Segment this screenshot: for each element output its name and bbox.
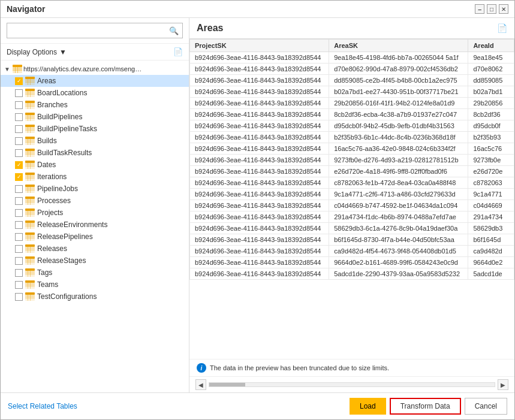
scroll-left-button[interactable]: ◀ xyxy=(195,379,206,390)
svg-rect-62 xyxy=(30,161,31,169)
window-title: Navigator xyxy=(7,4,46,14)
table-cell: e26d720e-4a18-49f6-9ff8-02ff0fbad0f6 xyxy=(329,166,468,177)
checkbox-dates[interactable]: ✓ xyxy=(15,161,23,169)
table-cell: b924d696-3eae-4116-8443-9a18392d8544 xyxy=(190,75,329,86)
table-cell: b924d696-3eae-4116-8443-9a18392d8544 xyxy=(190,143,329,155)
tree-item-dates[interactable]: ✓ Dates xyxy=(1,159,189,171)
svg-rect-20 xyxy=(30,89,31,97)
table-cell: b6f1645d-8730-4f7a-b44e-04d50bfc53aa xyxy=(329,234,468,246)
tree-item-releasepipelines[interactable]: ReleasePipelines xyxy=(1,231,189,243)
checkbox-pipelinejobs[interactable] xyxy=(15,185,23,193)
navigator-window: Navigator ‒ □ ✕ 🔍 Display Options ▼ xyxy=(0,0,515,420)
tree-item-releases[interactable]: Releases xyxy=(1,243,189,255)
checkbox-iterations[interactable]: ✓ xyxy=(15,173,23,181)
table-cell: b2f35b93-6b1c-44dc-8c4b-0236b368d18f xyxy=(329,132,468,143)
checkbox-releasepipelines[interactable] xyxy=(15,233,23,241)
tree-item-label: ReleaseStages xyxy=(37,256,86,265)
search-input[interactable] xyxy=(7,24,165,37)
root-table-icon xyxy=(13,65,22,73)
scrollbar-thumb[interactable] xyxy=(209,383,245,386)
checkbox-tags[interactable] xyxy=(15,269,23,277)
load-button[interactable]: Load xyxy=(350,398,386,415)
cancel-button[interactable]: Cancel xyxy=(465,398,507,415)
checkbox-branches[interactable] xyxy=(15,101,23,109)
tree-item-buildpipelines[interactable]: BuildPipelines xyxy=(1,111,189,123)
table-body: b924d696-3eae-4116-8443-9a18392d85449ea1… xyxy=(190,52,514,280)
scrollbar-track[interactable] xyxy=(209,382,495,387)
checkbox-buildpipelinetasks[interactable] xyxy=(15,125,23,133)
table-cell: 9ea18e45-4198-4fd6-bb7a-00265044 5a1f xyxy=(329,52,468,64)
tree-item-areas[interactable]: ✓ Areas xyxy=(1,75,189,87)
table-cell: dd859085-ce2b-4f45-b4b8-00cb1a2ec975 xyxy=(329,75,468,86)
svg-rect-12 xyxy=(28,77,28,85)
tree-item-builds[interactable]: Builds xyxy=(1,135,189,147)
checkbox-teams[interactable] xyxy=(15,281,23,289)
checkbox-releaseenvironments[interactable] xyxy=(15,221,23,229)
checkbox-builds[interactable] xyxy=(15,137,23,145)
table-row: b924d696-3eae-4116-8443-9a18392d8544291a… xyxy=(190,211,514,223)
transform-data-button[interactable]: Transform Data xyxy=(390,398,461,415)
tree-item-buildpipelinetasks[interactable]: BuildPipelineTasks xyxy=(1,123,189,135)
right-panel-icon-button[interactable]: 📄 xyxy=(497,23,507,33)
svg-rect-110 xyxy=(28,244,28,253)
tree-item-tags[interactable]: Tags xyxy=(1,267,189,279)
tree-item-branches[interactable]: Branches xyxy=(1,99,189,111)
checkbox-buildtaskresults[interactable] xyxy=(15,149,23,157)
table-icon xyxy=(25,89,35,97)
table-cell: 291a4734-f1dc-4b6b-8974-0488a7efd7ae xyxy=(329,211,468,223)
checkbox-areas[interactable]: ✓ xyxy=(15,77,23,85)
tree-item-label: Releases xyxy=(37,244,67,253)
search-button[interactable]: 🔍 xyxy=(165,23,182,38)
tree-item-buildtaskresults[interactable]: BuildTaskResults xyxy=(1,147,189,159)
svg-rect-47 xyxy=(28,137,28,145)
bottom-bar: Select Related Tables Load Transform Dat… xyxy=(1,392,514,419)
tree-item-label: Teams xyxy=(37,280,58,289)
svg-rect-138 xyxy=(28,292,28,301)
horizontal-scrollbar[interactable]: ◀ ▶ xyxy=(189,376,514,392)
display-options-label: Display Options xyxy=(7,48,57,56)
tree-item-testconfigurations[interactable]: TestConfigurations xyxy=(1,291,189,303)
table-cell: dd859085 xyxy=(468,75,514,86)
table-row: b924d696-3eae-4116-8443-9a18392d85449c1a… xyxy=(190,189,514,200)
tree-item-pipelinejobs[interactable]: PipelineJobs xyxy=(1,183,189,195)
table-icon xyxy=(25,101,35,109)
tree-item-iterations[interactable]: ✓ Iterations xyxy=(1,171,189,183)
svg-rect-61 xyxy=(28,161,28,169)
table-icon xyxy=(25,197,35,205)
close-button[interactable]: ✕ xyxy=(499,4,508,14)
tree-item-releaseenvironments[interactable]: ReleaseEnvironments xyxy=(1,219,189,231)
checkbox-releasestages[interactable] xyxy=(15,257,23,265)
tree-item-teams[interactable]: Teams xyxy=(1,279,189,291)
truncation-notice: i The data in the preview has been trunc… xyxy=(189,359,514,376)
checkbox-releases[interactable] xyxy=(15,245,23,253)
checkbox-processes[interactable] xyxy=(15,197,23,205)
data-table-wrap[interactable]: ProjectSKAreaSKAreaId b924d696-3eae-4116… xyxy=(189,39,514,359)
table-icon xyxy=(25,125,35,133)
right-panel-title: Areas xyxy=(197,23,223,34)
tree-root-item[interactable]: ▼ https://analytics.dev.azure.com/mse xyxy=(1,63,189,75)
display-options-button[interactable]: Display Options ▼ xyxy=(7,48,67,56)
checkbox-buildpipelines[interactable] xyxy=(15,113,23,121)
search-bar: 🔍 xyxy=(1,18,189,44)
checkbox-testconfigurations[interactable] xyxy=(15,293,23,301)
tree-item-releasestages[interactable]: ReleaseStages xyxy=(1,255,189,267)
tree-area[interactable]: ▼ https://analytics.dev.azure.com/mse xyxy=(1,61,189,392)
tree-item-label: Projects xyxy=(37,209,63,217)
checkbox-projects[interactable] xyxy=(15,209,23,217)
table-cell: ca9d482d-4f54-4673-9f48-054408db01d5 xyxy=(329,246,468,257)
table-cell: ca9d482d xyxy=(468,246,514,257)
minimize-button[interactable]: ‒ xyxy=(475,4,484,14)
tree-item-projects[interactable]: Projects xyxy=(1,207,189,219)
tree-item-processes[interactable]: Processes xyxy=(1,195,189,207)
table-cell: 16ac5c76 xyxy=(468,143,514,155)
checkbox-boardlocations[interactable] xyxy=(15,89,23,97)
scroll-right-button[interactable]: ▶ xyxy=(498,379,508,390)
maximize-button[interactable]: □ xyxy=(487,4,496,14)
table-cell: b924d696-3eae-4116-8443-9a18392d8544 xyxy=(190,132,329,143)
tree-item-label: BuildTaskResults xyxy=(37,149,92,157)
table-cell: b924d696-3eae-4116-8443-9a18392d8544 xyxy=(190,257,329,268)
table-icon xyxy=(25,280,35,289)
table-cell: e26d720e xyxy=(468,166,514,177)
tree-item-boardlocations[interactable]: BoardLocations xyxy=(1,87,189,99)
select-related-tables-button[interactable]: Select Related Tables xyxy=(8,400,77,413)
